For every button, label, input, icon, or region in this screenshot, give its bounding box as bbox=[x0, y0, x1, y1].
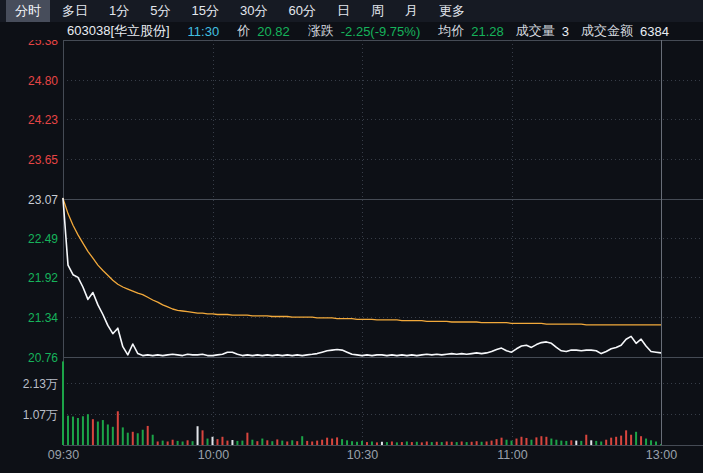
svg-text:13:00: 13:00 bbox=[646, 448, 677, 462]
amount-value: 6384 bbox=[640, 24, 669, 39]
tab-月[interactable]: 月 bbox=[396, 0, 427, 22]
period-tabbar: 分时多日1分5分15分30分60分日周月更多 bbox=[0, 0, 703, 22]
price-label: 价 bbox=[237, 22, 250, 40]
price-value: 20.82 bbox=[257, 24, 290, 39]
tab-多日[interactable]: 多日 bbox=[53, 0, 97, 22]
svg-text:22.49: 22.49 bbox=[28, 232, 58, 246]
svg-text:21.92: 21.92 bbox=[28, 271, 58, 285]
tab-60分[interactable]: 60分 bbox=[279, 0, 324, 22]
avg-price-value: 21.28 bbox=[471, 24, 504, 39]
avg-price-label: 均价 bbox=[438, 22, 464, 40]
svg-text:23.65: 23.65 bbox=[28, 153, 58, 167]
volume-label: 成交量 bbox=[516, 22, 555, 40]
change-value: -2.25(-9.75%) bbox=[341, 24, 420, 39]
tab-15分[interactable]: 15分 bbox=[182, 0, 227, 22]
svg-text:24.23: 24.23 bbox=[28, 113, 58, 127]
svg-text:10:00: 10:00 bbox=[198, 448, 229, 462]
tab-周[interactable]: 周 bbox=[362, 0, 393, 22]
tab-分时[interactable]: 分时 bbox=[6, 0, 50, 22]
volume-value: 3 bbox=[562, 24, 569, 39]
intraday-chart[interactable]: 25.3824.8024.2323.6523.0722.4921.9221.34… bbox=[0, 40, 703, 473]
svg-text:20.76: 20.76 bbox=[28, 351, 58, 365]
svg-text:1.07万: 1.07万 bbox=[23, 408, 58, 422]
tab-5分[interactable]: 5分 bbox=[141, 0, 179, 22]
svg-text:2.13万: 2.13万 bbox=[23, 377, 58, 391]
svg-text:10:30: 10:30 bbox=[347, 448, 378, 462]
svg-text:25.38: 25.38 bbox=[28, 40, 58, 48]
tab-30分[interactable]: 30分 bbox=[231, 0, 276, 22]
svg-text:09:30: 09:30 bbox=[48, 448, 79, 462]
stock-app-window: 分时多日1分5分15分30分60分日周月更多 603038[华立股份] 11:3… bbox=[0, 0, 703, 473]
stock-info-bar: 603038[华立股份] 11:30 价 20.82 涨跌 -2.25(-9.7… bbox=[0, 22, 703, 40]
svg-text:23.07: 23.07 bbox=[28, 193, 58, 207]
svg-text:21.34: 21.34 bbox=[28, 311, 58, 325]
svg-text:11:00: 11:00 bbox=[497, 448, 527, 462]
svg-text:24.80: 24.80 bbox=[28, 74, 58, 88]
stock-code-name: 603038[华立股份] bbox=[67, 22, 170, 40]
change-label: 涨跌 bbox=[308, 22, 334, 40]
tab-日[interactable]: 日 bbox=[328, 0, 359, 22]
amount-label: 成交金额 bbox=[581, 22, 633, 40]
tab-更多[interactable]: 更多 bbox=[430, 0, 474, 22]
tab-1分[interactable]: 1分 bbox=[100, 0, 138, 22]
quote-time: 11:30 bbox=[188, 24, 220, 39]
